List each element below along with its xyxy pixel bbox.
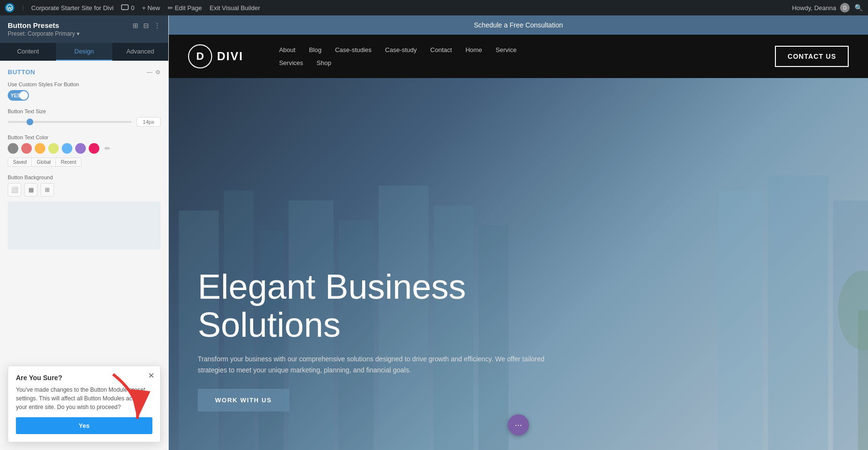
color-swatch-pink[interactable] (89, 143, 99, 154)
bg-field: Button Background ⬜ ▦ ⊞ (8, 174, 161, 250)
nav-services[interactable]: Services (272, 56, 310, 69)
custom-styles-field: Use Custom Styles For Button YES (8, 81, 161, 101)
nav-blog[interactable]: Blog (302, 43, 328, 56)
text-size-label: Button Text Size (8, 108, 161, 114)
nav-row-primary: About Blog Case-studies Case-study Conta… (272, 43, 524, 56)
site-nav: About Blog Case-studies Case-study Conta… (272, 43, 524, 69)
tab-advanced[interactable]: Advanced (112, 43, 168, 61)
preset-tab-global[interactable]: Global (32, 158, 56, 166)
nav-row-secondary: Services Shop (272, 56, 338, 69)
are-you-sure-dialog: Are You Sure? ✕ You've made changes to t… (8, 366, 161, 442)
svg-rect-2 (122, 5, 128, 10)
text-color-field: Button Text Color ✏ Saved Global Recent (8, 134, 161, 167)
nav-shop[interactable]: Shop (310, 56, 338, 69)
panel-icon-more[interactable]: ⋮ (154, 22, 161, 29)
panel-icon-grid[interactable]: ⊞ (133, 22, 138, 29)
preset-label[interactable]: Preset: Corporate Primary ▾ (8, 30, 161, 37)
toggle-label: Use Custom Styles For Button (8, 81, 161, 87)
toggle-value-label: YES (11, 93, 20, 98)
avatar: D (840, 3, 850, 13)
bar-separator: | (22, 5, 24, 11)
logo-name: DIVI (217, 50, 244, 63)
panel-icon-columns[interactable]: ⊟ (143, 22, 149, 29)
top-banner[interactable]: Schedule a Free Consultation (169, 15, 868, 35)
dialog-yes-button[interactable]: Yes (16, 417, 152, 434)
preset-tabs: Saved Global Recent (8, 158, 81, 167)
comment-count: 0 (131, 4, 134, 12)
color-picker-icon[interactable]: ✏ (102, 143, 113, 154)
nav-service[interactable]: Service (489, 43, 523, 56)
site-preview: Schedule a Free Consultation D DIVI Abou… (169, 15, 868, 450)
color-swatch-gray[interactable] (8, 143, 18, 154)
hero-subtitle: Transform your business with our compreh… (198, 354, 559, 375)
wp-admin-bar: W | Corporate Starter Site for Divi 0 + … (0, 0, 868, 15)
exit-visual-builder-button[interactable]: Exit Visual Builder (210, 4, 260, 12)
text-color-label: Button Text Color (8, 134, 161, 140)
bg-icons: ⬜ ▦ ⊞ (8, 183, 161, 197)
nav-about[interactable]: About (272, 43, 302, 56)
color-swatch-purple[interactable] (75, 143, 86, 154)
site-header: D DIVI About Blog Case-studies Case-stud… (169, 35, 868, 78)
slider-row (8, 117, 161, 127)
user-menu[interactable]: Howdy, Deanna D 🔍 (792, 3, 863, 13)
color-swatch-yellow[interactable] (48, 143, 59, 154)
section-controls: — ⚙ (147, 69, 161, 76)
panel-title: Button Presets (8, 21, 59, 29)
logo-circle: D (188, 44, 212, 68)
section-settings-icon[interactable]: ⚙ (155, 69, 161, 76)
panel-tabs: Content Design Advanced (0, 43, 168, 61)
search-icon[interactable]: 🔍 (854, 3, 863, 13)
edit-page-button[interactable]: ✏ Edit Page (168, 4, 202, 12)
color-swatch-blue[interactable] (62, 143, 72, 154)
left-panel: Button Presets ⊞ ⊟ ⋮ Preset: Corporate P… (0, 15, 169, 450)
bg-color-icon[interactable]: ⬜ (8, 183, 21, 197)
new-button[interactable]: + New (142, 4, 160, 12)
text-size-slider[interactable] (8, 121, 132, 123)
dialog-close-button[interactable]: ✕ (148, 372, 154, 380)
hero-section: Elegant BusinessSolutions Transform your… (169, 78, 868, 450)
text-size-field: Button Text Size (8, 108, 161, 127)
hero-content: Elegant BusinessSolutions Transform your… (198, 268, 839, 411)
tab-content[interactable]: Content (0, 43, 56, 61)
wp-logo-icon[interactable]: W (5, 3, 14, 13)
bg-label: Button Background (8, 174, 161, 180)
slider-thumb[interactable] (27, 119, 33, 125)
dialog-message: You've made changes to the Button Module… (16, 385, 152, 411)
comments-button[interactable]: 0 (121, 4, 134, 12)
panel-header: Button Presets ⊞ ⊟ ⋮ Preset: Corporate P… (0, 15, 168, 43)
tab-design[interactable]: Design (56, 43, 112, 61)
nav-home[interactable]: Home (459, 43, 489, 56)
toggle-wrap: YES (8, 90, 161, 101)
button-section-header: Button — ⚙ (8, 68, 161, 76)
section-collapse-icon[interactable]: — (147, 69, 152, 76)
text-size-input[interactable] (136, 117, 161, 127)
work-with-us-button[interactable]: WORK WITH US (198, 389, 289, 411)
nav-case-studies[interactable]: Case-studies (328, 43, 379, 56)
main-layout: Button Presets ⊞ ⊟ ⋮ Preset: Corporate P… (0, 15, 868, 450)
nav-case-study[interactable]: Case-study (379, 43, 424, 56)
site-logo[interactable]: D DIVI (188, 44, 244, 68)
site-name-link[interactable]: Corporate Starter Site for Divi (31, 4, 114, 12)
color-swatch-orange[interactable] (35, 143, 45, 154)
bg-image-icon[interactable]: ⊞ (41, 183, 54, 197)
color-swatches: ✏ (8, 143, 161, 154)
contact-us-button[interactable]: CONTACT US (775, 46, 849, 67)
floating-menu-button[interactable]: ··· (508, 414, 529, 436)
dialog-title: Are You Sure? (16, 374, 152, 382)
logo-letter: D (196, 50, 204, 63)
svg-text:W: W (8, 6, 12, 11)
color-swatch-red[interactable] (21, 143, 32, 154)
nav-contact[interactable]: Contact (423, 43, 459, 56)
panel-icons: ⊞ ⊟ ⋮ (133, 22, 161, 29)
preset-tab-recent[interactable]: Recent (56, 158, 81, 166)
section-title-button: Button (8, 68, 35, 76)
bg-gradient-icon[interactable]: ▦ (24, 183, 38, 197)
dialog-overlay: Are You Sure? ✕ You've made changes to t… (0, 358, 168, 450)
button-preview-box (8, 201, 161, 250)
howdy-text: Howdy, Deanna (792, 4, 836, 12)
custom-styles-toggle[interactable]: YES (8, 90, 29, 101)
preset-tab-saved[interactable]: Saved (8, 158, 32, 166)
hero-title: Elegant BusinessSolutions (198, 268, 839, 344)
